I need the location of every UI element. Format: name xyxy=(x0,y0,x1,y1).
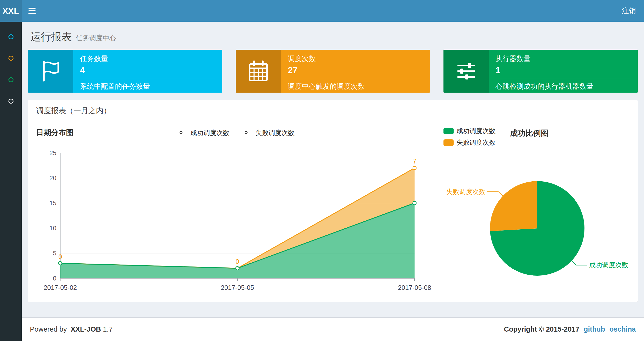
content: 运行报表 任务调度中心 任务数量 4 系统中配置的任务数量 xyxy=(22,22,644,317)
footer-powered-by: Powered by XXL-JOB 1.7 xyxy=(30,325,114,333)
sliders-icon xyxy=(444,50,489,93)
info-box-value: 1 xyxy=(496,65,630,76)
version-text: 1.7 xyxy=(103,325,112,333)
info-box-description: 系统中配置的任务数量 xyxy=(80,82,215,91)
circle-icon xyxy=(8,99,14,104)
svg-text:成功调度次数: 成功调度次数 xyxy=(589,261,628,269)
info-box-row: 任务数量 4 系统中配置的任务数量 xyxy=(28,50,638,93)
success-ratio-pie-chart: 成功调度次数失败调度次数 xyxy=(444,140,632,294)
hamburger-icon xyxy=(28,10,36,11)
circle-icon xyxy=(8,56,14,61)
info-box-value: 27 xyxy=(288,65,423,76)
svg-text:25: 25 xyxy=(50,149,56,157)
report-panel: 调度报表（一月之内） 日期分布图 成功调度次数 xyxy=(28,100,638,302)
oschina-link[interactable]: oschina xyxy=(609,325,636,333)
circle-icon xyxy=(8,77,14,82)
calendar-icon xyxy=(236,50,281,93)
line-chart-header: 日期分布图 成功调度次数 xyxy=(36,126,434,140)
legend-swatch-icon xyxy=(444,128,454,134)
hamburger-icon xyxy=(28,13,36,14)
info-box-description: 心跳检测成功的执行器机器数量 xyxy=(496,82,630,91)
panel-title: 调度报表（一月之内） xyxy=(36,106,111,115)
legend-label: 失败调度次数 xyxy=(256,129,294,137)
pie-chart-title: 成功比例图 xyxy=(510,128,548,139)
powered-by-text: Powered by xyxy=(30,325,67,333)
top-navbar: XXL 注销 xyxy=(0,0,644,22)
info-box-content: 任务数量 4 系统中配置的任务数量 xyxy=(73,50,222,93)
sidebar-item-4[interactable] xyxy=(0,90,22,112)
info-box-label: 任务数量 xyxy=(80,54,215,64)
svg-text:0: 0 xyxy=(53,275,56,282)
success-ratio-chart-section: 成功调度次数 失败调度次数 成功比例图 成功调度次数失败调度次数 xyxy=(444,126,632,295)
info-box-trigger-count: 调度次数 27 调度中心触发的调度次数 xyxy=(236,50,430,93)
legend-item-fail[interactable]: 失败调度次数 xyxy=(240,129,294,137)
hamburger-icon xyxy=(28,8,36,9)
legend-label: 成功调度次数 xyxy=(456,127,496,135)
info-box-label: 调度次数 xyxy=(288,54,423,64)
navbar-right: 注销 xyxy=(622,0,644,22)
logout-link[interactable]: 注销 xyxy=(622,6,636,16)
sidebar-item-3[interactable] xyxy=(0,69,22,90)
svg-text:2017-05-02: 2017-05-02 xyxy=(44,284,77,291)
divider xyxy=(80,79,215,79)
page-footer: Powered by XXL-JOB 1.7 Copyright © 2015-… xyxy=(22,317,644,341)
sidebar xyxy=(0,22,22,341)
page-title: 运行报表 xyxy=(30,30,72,44)
line-marker-icon xyxy=(176,131,188,135)
svg-text:2017-05-08: 2017-05-08 xyxy=(398,284,431,291)
info-box-content: 调度次数 27 调度中心触发的调度次数 xyxy=(281,50,430,93)
divider xyxy=(496,79,630,79)
sidebar-item-1[interactable] xyxy=(0,26,22,48)
panel-body: 日期分布图 成功调度次数 xyxy=(28,121,638,302)
svg-text:20: 20 xyxy=(50,174,56,182)
date-distribution-area-chart: 051015202502017-05-0202017-05-0572017-05… xyxy=(36,140,434,294)
svg-text:7: 7 xyxy=(412,158,416,165)
panel-header: 调度报表（一月之内） xyxy=(28,100,638,121)
github-link[interactable]: github xyxy=(584,325,605,333)
flag-icon xyxy=(28,50,73,93)
svg-text:0: 0 xyxy=(58,253,62,260)
svg-text:2017-05-05: 2017-05-05 xyxy=(221,284,254,291)
sidebar-item-2[interactable] xyxy=(0,48,22,69)
legend-item-success[interactable]: 成功调度次数 xyxy=(176,129,230,137)
svg-text:失败调度次数: 失败调度次数 xyxy=(446,188,486,195)
divider xyxy=(288,79,423,79)
app-logo[interactable]: XXL xyxy=(0,0,22,22)
sidebar-toggle-button[interactable] xyxy=(22,0,42,22)
info-box-content: 执行器数量 1 心跳检测成功的执行器机器数量 xyxy=(489,50,638,93)
content-header: 运行报表 任务调度中心 xyxy=(28,28,638,44)
legend-label: 成功调度次数 xyxy=(190,129,230,137)
brand-name: XXL-JOB xyxy=(70,325,101,333)
date-distribution-chart-section: 日期分布图 成功调度次数 xyxy=(36,126,434,295)
info-box-executor-count: 执行器数量 1 心跳检测成功的执行器机器数量 xyxy=(444,50,638,93)
copyright-text: Copyright © 2015-2017 xyxy=(504,325,580,333)
svg-text:0: 0 xyxy=(236,258,239,265)
info-box-job-count: 任务数量 4 系统中配置的任务数量 xyxy=(28,50,222,93)
main-content-wrapper: 运行报表 任务调度中心 任务数量 4 系统中配置的任务数量 xyxy=(22,0,644,341)
svg-text:5: 5 xyxy=(53,250,56,257)
line-chart-legend: 成功调度次数 失败调度次数 xyxy=(36,129,434,137)
svg-text:15: 15 xyxy=(50,199,56,207)
line-marker-icon xyxy=(240,131,253,135)
footer-copyright: Copyright © 2015-2017 github oschina xyxy=(504,325,636,333)
pie-chart-header: 成功调度次数 失败调度次数 成功比例图 xyxy=(444,126,632,140)
page-subtitle: 任务调度中心 xyxy=(76,34,116,43)
info-box-label: 执行器数量 xyxy=(496,54,630,64)
svg-text:10: 10 xyxy=(50,224,56,232)
info-box-value: 4 xyxy=(80,65,215,76)
legend-item-success[interactable]: 成功调度次数 xyxy=(444,127,496,135)
circle-icon xyxy=(8,34,14,39)
info-box-description: 调度中心触发的调度次数 xyxy=(288,82,423,91)
